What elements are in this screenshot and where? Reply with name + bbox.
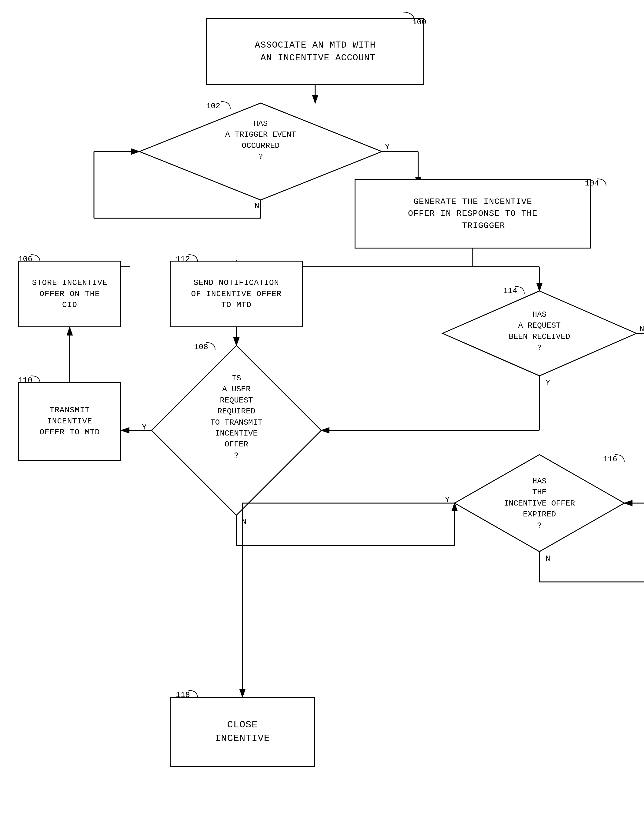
tag-y3: Y (142, 423, 147, 432)
diamond-114-label: HASA REQUESTBEEN RECEIVED? (482, 309, 597, 353)
tag-y4: Y (445, 495, 450, 504)
tag-114-bracket (506, 285, 530, 297)
diamond-102-label: HASA TRIGGER EVENTOCCURRED? (206, 118, 315, 162)
tag-100-bracket (391, 9, 427, 27)
tag-n1: N (255, 202, 259, 211)
tag-n4: N (545, 554, 550, 563)
tag-106-bracket (22, 253, 46, 265)
flowchart-diagram: ASSOCIATE AN MTD WITH AN INCENTIVE ACCOU… (0, 0, 644, 828)
tag-y2: Y (545, 378, 550, 387)
tag-102-bracket (212, 100, 237, 112)
tag-n3: N (242, 518, 247, 527)
tag-110-bracket (22, 374, 46, 386)
tag-116-bracket (606, 453, 630, 465)
box-104: GENERATE THE INCENTIVEOFFER IN RESPONSE … (354, 179, 591, 249)
tag-104-bracket (588, 177, 612, 190)
box-100: ASSOCIATE AN MTD WITH AN INCENTIVE ACCOU… (206, 18, 424, 85)
box-106: STORE INCENTIVEOFFER ON THECID (18, 260, 121, 327)
tag-y1: Y (385, 143, 390, 152)
box-110: TRANSMITINCENTIVEOFFER TO MTD (18, 382, 121, 461)
box-112: SEND NOTIFICATIONOF INCENTIVE OFFERTO MT… (170, 260, 303, 327)
diamond-108-label: ISA USERREQUESTREQUIREDTO TRANSMITINCENT… (182, 373, 291, 461)
tag-108-bracket (197, 341, 221, 353)
tag-118-bracket (179, 689, 204, 701)
box-118: CLOSEINCENTIVE (170, 697, 315, 767)
box-100-label: ASSOCIATE AN MTD WITH AN INCENTIVE ACCOU… (255, 39, 376, 64)
tag-n2: N (639, 324, 644, 333)
tag-112-bracket (179, 253, 204, 265)
diamond-116-label: HASTHEINCENTIVE OFFEREXPIRED? (485, 476, 594, 531)
